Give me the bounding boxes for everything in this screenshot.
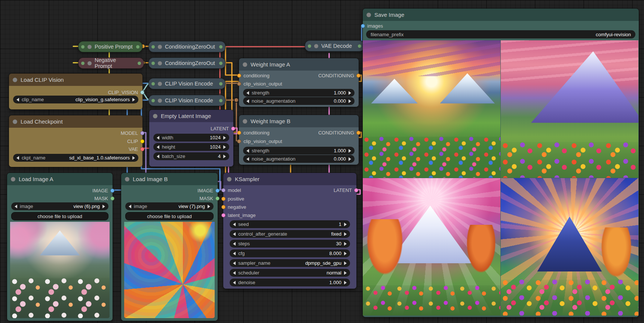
node-ksampler[interactable]: KSampler model positive negative latent_…: [223, 173, 357, 289]
conditioning-port-dot[interactable]: [237, 131, 241, 135]
collapse-toggle-icon[interactable]: [88, 61, 92, 65]
collapsed-input-dot[interactable]: [151, 82, 155, 86]
latent-port-dot[interactable]: [231, 127, 235, 131]
decrement-icon[interactable]: [246, 99, 249, 103]
next-value-icon[interactable]: [132, 98, 135, 102]
image-port-dot[interactable]: [215, 189, 220, 193]
next-value-icon[interactable]: [344, 261, 347, 265]
node-header[interactable]: Load Image A: [7, 173, 113, 185]
collapse-toggle-icon[interactable]: [227, 177, 231, 181]
decrement-icon[interactable]: [233, 242, 236, 246]
prev-value-icon[interactable]: [16, 98, 19, 102]
collapse-toggle-icon[interactable]: [158, 99, 162, 103]
node-header[interactable]: Weight Image B: [239, 115, 359, 127]
increment-icon[interactable]: [349, 99, 351, 103]
widget-clip-name[interactable]: clip_name clip_vision_g.safetensors: [13, 96, 138, 103]
clip-vision-port-dot[interactable]: [140, 90, 144, 94]
decrement-icon[interactable]: [233, 223, 236, 226]
node-negative-prompt[interactable]: Negative Prompt: [78, 58, 144, 69]
increment-icon[interactable]: [349, 157, 351, 161]
widget-seed[interactable]: seed 1: [230, 220, 350, 228]
collapsed-output-dot[interactable]: [136, 45, 139, 49]
next-value-icon[interactable]: [132, 156, 135, 160]
node-clip-vision-encode-2[interactable]: CLIP Vision Encode: [148, 95, 226, 106]
next-value-icon[interactable]: [344, 232, 347, 236]
widget-steps[interactable]: steps 30: [230, 240, 350, 248]
node-empty-latent-image[interactable]: Empty Latent Image LATENT width 1024 hei…: [149, 109, 234, 167]
node-load-clip-vision[interactable]: Load CLIP Vision CLIP_VISION clip_name c…: [9, 73, 143, 110]
mask-port-dot[interactable]: [110, 196, 114, 201]
decrement-icon[interactable]: [246, 149, 249, 153]
collapsed-input-dot[interactable]: [81, 45, 85, 49]
clip-vision-output-port-dot[interactable]: [237, 139, 241, 143]
increment-icon[interactable]: [344, 242, 347, 246]
collapse-toggle-icon[interactable]: [88, 45, 92, 49]
next-value-icon[interactable]: [102, 205, 105, 208]
widget-batch-size[interactable]: batch_size 4: [153, 152, 229, 160]
prev-value-icon[interactable]: [233, 261, 236, 265]
conditioning-port-dot[interactable]: [356, 131, 361, 135]
conditioning-port-dot[interactable]: [221, 197, 226, 201]
widget-sampler-name[interactable]: sampler_name dpmpp_sde_gpu: [230, 259, 350, 267]
prev-value-icon[interactable]: [15, 205, 17, 208]
conditioning-port-dot[interactable]: [356, 74, 361, 78]
collapsed-input-dot[interactable]: [81, 62, 85, 65]
node-graph-canvas[interactable]: Positive Prompt Negative Prompt Conditio…: [0, 0, 644, 323]
collapsed-output-dot[interactable]: [219, 45, 223, 49]
collapse-toggle-icon[interactable]: [153, 114, 157, 118]
decrement-icon[interactable]: [157, 136, 159, 140]
increment-icon[interactable]: [349, 91, 351, 95]
widget-noise-augmentation[interactable]: noise_augmentation 0.000: [243, 155, 355, 163]
node-weight-image-a[interactable]: Weight Image A conditioning clip_vision_…: [239, 58, 359, 107]
increment-icon[interactable]: [344, 252, 347, 255]
model-port-dot[interactable]: [140, 131, 144, 135]
collapse-toggle-icon[interactable]: [11, 177, 15, 181]
widget-height[interactable]: height 1024: [153, 143, 229, 151]
conditioning-port-dot[interactable]: [221, 205, 226, 209]
widget-cfg[interactable]: cfg 8.000: [230, 249, 350, 257]
decrement-icon[interactable]: [246, 157, 249, 161]
increment-icon[interactable]: [223, 145, 226, 149]
choose-file-button[interactable]: choose file to upload: [125, 212, 214, 220]
node-header[interactable]: Load CLIP Vision: [9, 74, 142, 86]
widget-filename-prefix[interactable]: filename_prefix comfyui-revision: [366, 30, 635, 38]
latent-port-dot[interactable]: [354, 188, 358, 192]
collapse-toggle-icon[interactable]: [158, 61, 162, 65]
node-positive-prompt[interactable]: Positive Prompt: [78, 41, 142, 52]
node-save-image[interactable]: Save Image images filename_prefix comfyu…: [362, 8, 639, 317]
node-header[interactable]: Load Checkpoint: [9, 115, 142, 128]
image-port-dot[interactable]: [110, 189, 114, 193]
increment-icon[interactable]: [349, 149, 351, 153]
collapse-toggle-icon[interactable]: [314, 44, 318, 48]
collapsed-input-dot[interactable]: [308, 44, 311, 48]
decrement-icon[interactable]: [233, 252, 236, 255]
vae-port-dot[interactable]: [140, 147, 144, 151]
node-load-image-b[interactable]: Load Image B IMAGE MASK image view (7).p…: [121, 173, 218, 321]
prev-value-icon[interactable]: [233, 232, 236, 236]
collapsed-output-dot[interactable]: [358, 44, 361, 48]
collapsed-input-dot[interactable]: [151, 45, 155, 49]
increment-icon[interactable]: [223, 155, 226, 158]
node-conditioning-zero-out-1[interactable]: ConditioningZeroOut: [148, 41, 226, 52]
collapse-toggle-icon[interactable]: [13, 78, 17, 82]
widget-strength[interactable]: strength 1.000: [243, 89, 355, 97]
prev-value-icon[interactable]: [16, 156, 19, 160]
choose-file-button[interactable]: choose file to upload: [11, 212, 108, 220]
node-header[interactable]: Weight Image A: [239, 58, 359, 71]
decrement-icon[interactable]: [233, 281, 236, 285]
collapse-toggle-icon[interactable]: [125, 177, 129, 181]
collapsed-output-dot[interactable]: [219, 82, 223, 86]
collapse-toggle-icon[interactable]: [13, 119, 17, 124]
latent-port-dot[interactable]: [221, 213, 226, 217]
increment-icon[interactable]: [344, 281, 347, 285]
collapsed-input-dot[interactable]: [151, 62, 155, 65]
collapse-toggle-icon[interactable]: [158, 82, 162, 86]
node-conditioning-zero-out-2[interactable]: ConditioningZeroOut: [148, 58, 226, 69]
widget-denoise[interactable]: denoise 1.000: [230, 279, 350, 286]
node-header[interactable]: KSampler: [223, 173, 356, 185]
widget-strength[interactable]: strength 1.000: [243, 147, 355, 155]
widget-scheduler[interactable]: scheduler normal: [230, 269, 350, 277]
collapse-toggle-icon[interactable]: [243, 62, 247, 67]
collapse-toggle-icon[interactable]: [367, 13, 371, 17]
prev-value-icon[interactable]: [233, 271, 236, 275]
